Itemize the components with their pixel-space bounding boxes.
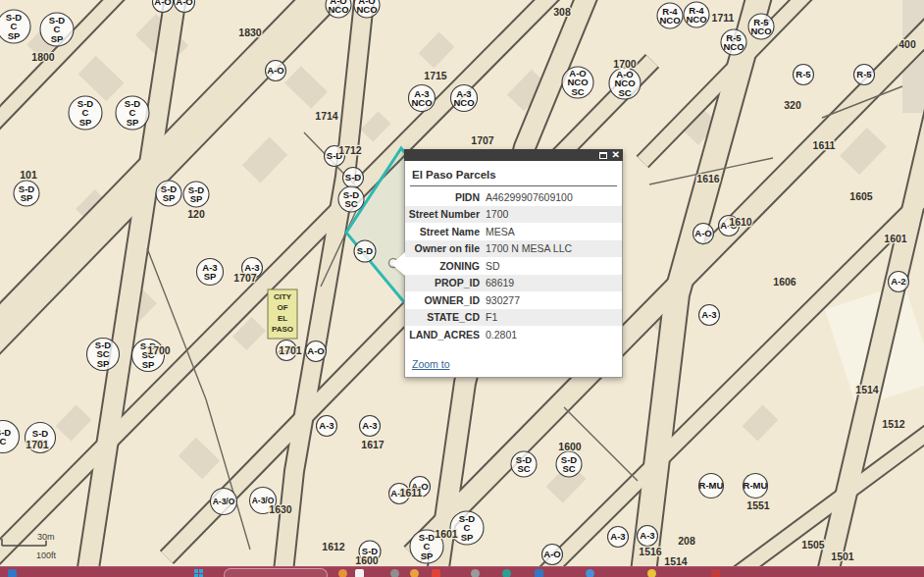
svg-text:SP: SP	[21, 192, 33, 203]
address-label: 1600	[558, 441, 582, 452]
taskbar[interactable]	[0, 566, 924, 577]
zone-label: R-5	[794, 65, 814, 85]
svg-text:A-3: A-3	[701, 309, 716, 320]
zone-label: A-3/O	[211, 489, 237, 515]
field-value: 68619	[486, 277, 514, 288]
svg-text:A-3: A-3	[319, 420, 334, 431]
svg-text:SP: SP	[127, 117, 139, 128]
zone-label: S-D	[343, 168, 364, 188]
attribute-table: PIDNA46299907609100Street Number1700Stre…	[405, 188, 622, 343]
zone-label: R-5NCO	[721, 29, 746, 55]
zone-label: S-DSC	[511, 451, 537, 477]
zone-label: S-DSP	[14, 181, 39, 206]
svg-text:A-O: A-O	[176, 0, 192, 7]
popup-titlebar[interactable]: ✕	[404, 149, 623, 161]
attribute-row: Street Number1700	[405, 206, 622, 224]
scale-metric-label: 30m	[37, 532, 55, 542]
popup-body: El Paso Parcels PIDNA46299907609100Stree…	[405, 162, 622, 377]
svg-text:SP: SP	[97, 358, 110, 369]
windows-start-icon[interactable]	[194, 569, 203, 577]
svg-text:SP: SP	[461, 532, 474, 543]
svg-text:SP: SP	[163, 192, 176, 203]
attribute-row: ZONINGSD	[405, 257, 622, 275]
address-label: 1830	[238, 26, 262, 38]
field-value: 1700	[486, 208, 508, 220]
svg-text:A-3: A-3	[610, 531, 625, 542]
svg-text:SP: SP	[204, 271, 217, 282]
address-label: 1514	[855, 384, 879, 395]
zone-label: A-ONCOSC	[609, 68, 641, 99]
svg-text:SC: SC	[517, 463, 530, 474]
address-label: 1551	[746, 499, 770, 511]
svg-text:A-O: A-O	[154, 0, 171, 7]
field-value: 930277	[486, 294, 520, 306]
zone-label: R-4NCO	[657, 3, 683, 28]
city-of-el-paso-label: CITYOFELPASO	[268, 289, 297, 339]
svg-text:NCO: NCO	[328, 4, 348, 15]
address-label: 1800	[31, 51, 55, 63]
svg-text:SP: SP	[421, 551, 434, 561]
zoom-to-link[interactable]: Zoom to	[412, 358, 450, 370]
svg-text:A-3: A-3	[362, 420, 377, 431]
taskbar-app-icon[interactable]	[711, 569, 720, 577]
attribute-row: LAND_ACRES0.2801	[405, 326, 622, 343]
svg-text:NCO: NCO	[356, 4, 377, 15]
taskbar-app-icon[interactable]	[502, 569, 511, 577]
address-label: 1630	[269, 503, 292, 515]
svg-text:NCO: NCO	[686, 14, 706, 25]
address-label: 1707	[233, 272, 257, 284]
zone-label: S-DCSP	[69, 96, 102, 130]
zone-label: S-DCSP	[116, 96, 149, 130]
svg-text:SC: SC	[571, 86, 584, 97]
zone-label: A-O	[542, 545, 563, 565]
field-label: Street Name	[405, 226, 486, 237]
address-label: 208	[678, 535, 695, 547]
svg-text:A-2: A-2	[891, 276, 905, 287]
svg-text:NCO: NCO	[723, 41, 744, 52]
address-label: 308	[553, 6, 571, 18]
svg-text:OF: OF	[277, 303, 287, 312]
address-label: 1610	[729, 216, 752, 228]
taskbar-search-pill[interactable]	[224, 568, 328, 577]
zone-label: R-5NCO	[748, 14, 774, 39]
zone-label: A-3	[608, 527, 629, 548]
zone-label: S-DCSP	[40, 13, 74, 46]
zone-label: S-DSP	[183, 182, 209, 207]
svg-text:SP: SP	[51, 33, 64, 44]
taskbar-app-icon[interactable]	[432, 569, 440, 577]
field-label: STATE_CD	[405, 311, 486, 323]
field-label: ZONING	[405, 260, 486, 272]
zone-label: A-O	[306, 341, 327, 362]
svg-text:EL: EL	[278, 314, 287, 323]
taskbar-app-icon[interactable]	[647, 569, 656, 577]
window-close-icon[interactable]: ✕	[612, 151, 620, 159]
window-maximize-icon[interactable]	[599, 152, 607, 159]
zone-label: S-DSC	[556, 451, 582, 477]
desktop-screen: CITYOFELPASOS-DCSPS-DCSPA-OA-OA-ONCOA-ON…	[0, 0, 924, 577]
taskbar-app-icon[interactable]	[338, 569, 347, 577]
svg-text:NCO: NCO	[659, 15, 680, 26]
address-label: 1712	[338, 144, 362, 156]
taskbar-app-icon[interactable]	[390, 569, 399, 577]
svg-text:SP: SP	[79, 117, 92, 128]
svg-text:NCO: NCO	[411, 97, 432, 108]
svg-text:PASO: PASO	[272, 325, 293, 334]
zone-label: R-4NCO	[684, 2, 709, 27]
popup-title: El Paso Parcels	[412, 169, 616, 181]
zone-label: R-5	[854, 65, 875, 85]
taskbar-app-icon[interactable]	[8, 569, 17, 577]
svg-text:A-O: A-O	[307, 345, 324, 356]
address-label: 1601	[884, 233, 907, 244]
field-value: MESA	[486, 226, 515, 237]
zone-label: A-3	[360, 416, 381, 437]
taskbar-app-icon[interactable]	[355, 569, 364, 577]
zone-label: S-DSC	[338, 186, 364, 212]
taskbar-app-icon[interactable]	[586, 569, 594, 577]
attribute-row: OWNER_ID930277	[405, 291, 622, 309]
taskbar-app-icon[interactable]	[410, 569, 419, 577]
parcel-popup: ✕ El Paso Parcels PIDNA46299907609100Str…	[404, 149, 623, 378]
taskbar-app-icon[interactable]	[471, 569, 480, 577]
taskbar-app-icon[interactable]	[535, 569, 543, 577]
zone-label: A-ONCOSC	[562, 67, 593, 98]
address-label: 1606	[773, 276, 796, 288]
